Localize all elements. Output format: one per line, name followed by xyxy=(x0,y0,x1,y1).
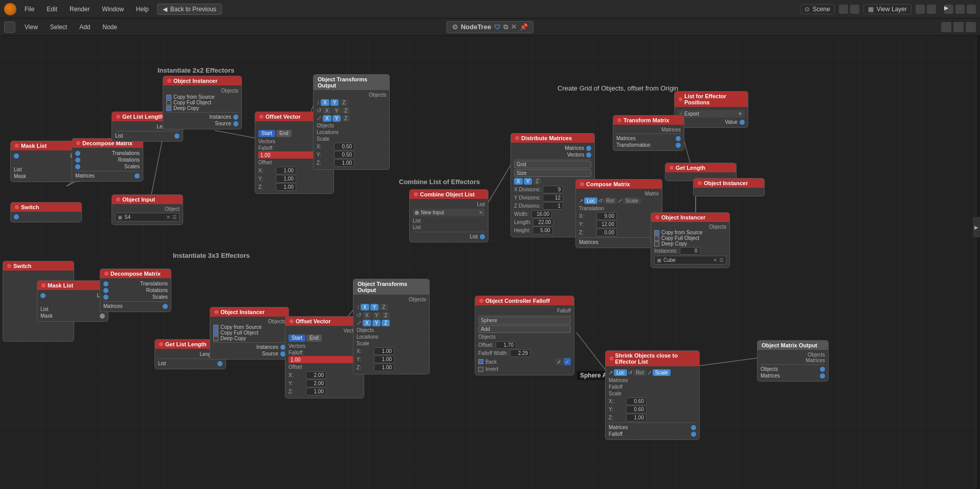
prop-edit-btn[interactable] xyxy=(953,22,964,32)
so-scale[interactable]: Scale xyxy=(653,369,671,376)
right-arrow-btn[interactable]: ▶ xyxy=(944,5,953,14)
ov2-y-val[interactable]: 2.00 xyxy=(306,380,326,387)
ocf-add-select[interactable]: Add xyxy=(478,325,571,333)
cm-x-val[interactable]: 9.00 xyxy=(596,212,617,220)
dm-y-toggle[interactable]: Y xyxy=(524,178,532,185)
overlay-btn[interactable] xyxy=(966,22,976,32)
view-mode-btn[interactable] xyxy=(4,21,15,33)
canvas[interactable]: Instantiate 2x2 Effectors Instantiate 3x… xyxy=(0,36,980,489)
cm-z-val[interactable]: 0.00 xyxy=(596,229,617,236)
view-layer-add-btn[interactable] xyxy=(916,5,925,14)
cm-loc[interactable]: Loc xyxy=(584,197,597,204)
back-button[interactable]: ◀ Back to Previous xyxy=(157,4,222,15)
so-rot[interactable]: Rot xyxy=(633,369,647,376)
nav-view[interactable]: View xyxy=(21,23,41,32)
dm-length-val[interactable]: 22.00 xyxy=(533,218,553,226)
so-z-val[interactable]: 1.00 xyxy=(626,414,647,421)
so-x-val[interactable]: 0.60 xyxy=(626,397,647,405)
screen-btn[interactable] xyxy=(955,5,965,14)
oi2-obj-clear[interactable]: ✕ xyxy=(713,257,717,263)
so-loc[interactable]: Loc xyxy=(614,369,627,376)
dm-grid-select[interactable]: Grid xyxy=(514,161,591,168)
scene-prev-btn[interactable] xyxy=(839,5,848,14)
ov1-start-btn[interactable]: Start xyxy=(258,130,275,137)
oi1-cb3[interactable] xyxy=(166,106,171,111)
dm-x-toggle[interactable]: X xyxy=(514,178,523,185)
ov2-start-btn[interactable]: Start xyxy=(288,335,305,342)
ot2-x-btn[interactable]: X xyxy=(361,304,369,310)
oi2-obj-value[interactable]: Cube xyxy=(663,257,711,263)
oi3-cb3[interactable] xyxy=(213,336,218,341)
view-layer-button[interactable]: ▦ View Layer xyxy=(863,4,911,14)
ot2-rz-btn[interactable]: Z xyxy=(382,312,390,319)
dm-z-toggle[interactable]: Z xyxy=(533,178,541,185)
ot2-sx-btn[interactable]: X xyxy=(363,320,371,326)
oi2-cb2[interactable] xyxy=(654,236,659,241)
view-layer-x-btn[interactable] xyxy=(927,5,936,14)
ocf-back-check[interactable] xyxy=(478,359,483,364)
so-y-val[interactable]: 0.60 xyxy=(626,406,647,413)
ot2-rx-btn[interactable]: X xyxy=(363,312,371,319)
dm-xdiv-val[interactable]: 9 xyxy=(543,186,563,193)
col-new-input-close[interactable]: ✕ xyxy=(479,210,483,215)
dm-zdiv-val[interactable]: 1 xyxy=(543,202,563,210)
oi3-cb2[interactable] xyxy=(213,330,218,336)
ocf-back-btn1[interactable]: ✓ xyxy=(555,358,563,365)
ot1-z-btn[interactable]: Z xyxy=(340,99,348,106)
oi2-inst-val[interactable]: 0 xyxy=(680,247,700,255)
ot1-ry-btn[interactable]: Y xyxy=(332,107,341,114)
snap-btn[interactable] xyxy=(941,22,951,32)
ocf-fw-val[interactable]: 2.29 xyxy=(510,349,530,357)
ov1-x-val[interactable]: 1.00 xyxy=(276,167,296,174)
oi3-cb1[interactable] xyxy=(213,325,218,330)
nav-select[interactable]: Select xyxy=(47,23,70,32)
ov2-falloff[interactable]: 1.00 xyxy=(288,356,361,363)
ot2-sy-btn[interactable]: Y xyxy=(372,320,381,326)
ot2-sz-btn[interactable]: Z xyxy=(382,320,390,326)
node-tree-selector[interactable]: ⊙ NodeTree 🛡 ⧉ ✕ 📌 xyxy=(447,21,533,33)
scene-selector[interactable]: ⊙ Scene xyxy=(800,4,835,14)
obj-input-clear[interactable]: ✕ xyxy=(166,214,170,220)
menu-window[interactable]: Window xyxy=(98,5,128,14)
ot1-x-btn[interactable]: X xyxy=(321,99,329,106)
oi1-cb2[interactable] xyxy=(166,100,171,105)
ot1-sy-btn[interactable]: Y xyxy=(332,115,341,122)
nav-node[interactable]: Node xyxy=(100,23,121,32)
layout-btn[interactable] xyxy=(967,5,976,14)
le-dropdown[interactable]: ▼ xyxy=(738,111,743,117)
menu-help[interactable]: Help xyxy=(132,5,153,14)
cm-scale[interactable]: Scale xyxy=(623,197,641,204)
ocf-offset-val[interactable]: 1.70 xyxy=(496,341,516,349)
oi2-obj-browse[interactable]: ☰ xyxy=(719,257,724,263)
ot1-rx-btn[interactable]: X xyxy=(323,107,331,114)
cm-y-val[interactable]: 12.00 xyxy=(596,220,617,228)
ot1-rz-btn[interactable]: Z xyxy=(342,107,350,114)
ocf-sphere-select[interactable]: Sphere xyxy=(478,317,571,324)
obj-input-value[interactable]: S4 xyxy=(124,214,164,220)
oi2-cb3[interactable] xyxy=(654,241,659,247)
ot1-y-btn[interactable]: Y xyxy=(330,99,339,106)
panel-collapse-btn[interactable]: ▶ xyxy=(973,217,980,237)
dm-height-val[interactable]: 5.00 xyxy=(532,227,553,234)
ov2-x-val[interactable]: 2.00 xyxy=(306,371,326,379)
scene-add-btn[interactable] xyxy=(850,5,859,14)
oi2-cb1[interactable] xyxy=(654,230,659,235)
oi1-cb1[interactable] xyxy=(166,95,171,100)
menu-render[interactable]: Render xyxy=(65,5,94,14)
ov1-y-val[interactable]: 1.00 xyxy=(276,175,296,183)
menu-file[interactable]: File xyxy=(20,5,38,14)
ov2-z-val[interactable]: 1.00 xyxy=(306,388,326,395)
ot2-y-btn[interactable]: Y xyxy=(370,304,379,310)
nav-add[interactable]: Add xyxy=(76,23,93,32)
ot2-z-btn[interactable]: Z xyxy=(380,304,388,310)
menu-edit[interactable]: Edit xyxy=(42,5,61,14)
dm-size-select[interactable]: Size xyxy=(514,169,591,177)
ocf-invert-check[interactable] xyxy=(478,367,483,372)
ot1-sx-btn[interactable]: X xyxy=(323,115,331,122)
ocf-back-btn2[interactable]: ✓ xyxy=(564,358,571,365)
obj-input-browse[interactable]: ☰ xyxy=(172,214,177,220)
dm-width-val[interactable]: 16.00 xyxy=(531,210,552,218)
ot2-ry-btn[interactable]: Y xyxy=(372,312,381,319)
cm-rot[interactable]: Rot xyxy=(604,197,617,204)
ot1-sz-btn[interactable]: Z xyxy=(342,115,350,122)
